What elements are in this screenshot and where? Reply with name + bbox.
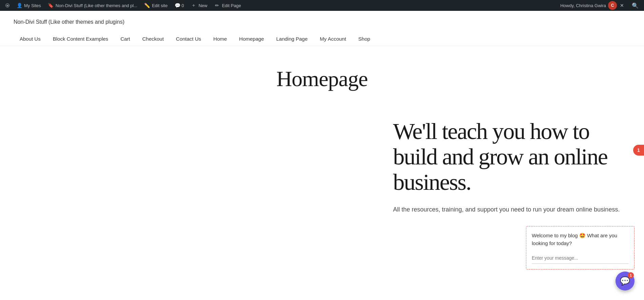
- page-title: Homepage: [14, 66, 630, 92]
- plus-icon: ＋: [191, 2, 197, 8]
- search-btn[interactable]: 🔍: [629, 2, 641, 9]
- hero-section: We'll teach you how to build and grow an…: [14, 119, 630, 228]
- nav-item-contact-us[interactable]: Contact Us: [170, 32, 207, 46]
- nav-item-checkout[interactable]: Checkout: [136, 32, 170, 46]
- user-menu[interactable]: Howdy, Christina Gwira C ✕: [558, 1, 628, 10]
- edit-site-label: Edit site: [152, 3, 168, 8]
- new-label: New: [198, 3, 207, 8]
- edit-page-btn[interactable]: ✏ Edit Page: [211, 0, 243, 11]
- nav-item-landing-page[interactable]: Landing Page: [270, 32, 314, 46]
- site-header: Non-Divi Stuff (Like other themes and pl…: [0, 11, 644, 46]
- my-sites-menu[interactable]: 👤 My Sites: [14, 0, 44, 11]
- edit-site-btn[interactable]: ✏️ Edit site: [141, 0, 170, 11]
- hero-subtext: All the resources, training, and support…: [393, 205, 630, 215]
- person-icon: 👤: [16, 2, 22, 8]
- pencil-icon: ✏️: [144, 2, 150, 8]
- new-content-btn[interactable]: ＋ New: [188, 0, 210, 11]
- comment-icon: 💬: [174, 2, 180, 8]
- user-avatar: C: [608, 1, 617, 10]
- svg-text:W: W: [6, 4, 9, 7]
- main-content: Homepage We'll teach you how to build an…: [0, 46, 644, 248]
- chat-badge: 1: [628, 272, 634, 278]
- site-title: Non-Divi Stuff (Like other themes and pl…: [14, 19, 630, 25]
- site-nav: About UsBlock Content ExamplesCartChecko…: [14, 32, 630, 46]
- comments-btn[interactable]: 💬 0: [172, 0, 187, 11]
- x-icon: ✕: [619, 2, 625, 8]
- comments-count: 0: [181, 3, 184, 8]
- admin-bar: W 👤 My Sites 🔖 Non-Divi Stuff (Like othe…: [0, 0, 644, 11]
- nav-item-cart[interactable]: Cart: [114, 32, 136, 46]
- my-sites-label: My Sites: [24, 3, 41, 8]
- side-notification[interactable]: 1: [633, 145, 644, 156]
- nav-item-shop[interactable]: Shop: [352, 32, 376, 46]
- wp-logo[interactable]: W: [3, 1, 12, 10]
- chat-input[interactable]: [532, 253, 629, 264]
- nav-item-my-account[interactable]: My Account: [314, 32, 352, 46]
- chat-popup: Welcome to my blog 🤩 What are you lookin…: [526, 226, 635, 269]
- nav-item-block-content-examples[interactable]: Block Content Examples: [47, 32, 114, 46]
- chat-bubble-button[interactable]: 💬 1: [616, 272, 635, 291]
- hero-text-block: We'll teach you how to build and grow an…: [393, 119, 630, 215]
- chat-message: Welcome to my blog 🤩 What are you lookin…: [532, 232, 629, 247]
- edit-icon: ✏: [214, 2, 220, 8]
- edit-page-label: Edit Page: [222, 3, 241, 8]
- chat-icon: 💬: [620, 276, 630, 286]
- nav-item-homepage[interactable]: Homepage: [233, 32, 270, 46]
- howdy-text: Howdy, Christina Gwira: [560, 3, 606, 8]
- hero-heading: We'll teach you how to build and grow an…: [393, 119, 630, 195]
- nav-item-about-us[interactable]: About Us: [14, 32, 47, 46]
- nav-item-home[interactable]: Home: [207, 32, 233, 46]
- site-icon: 🔖: [48, 2, 54, 8]
- site-name-label: Non-Divi Stuff (Like other themes and pl…: [56, 3, 137, 8]
- site-name-menu[interactable]: 🔖 Non-Divi Stuff (Like other themes and …: [45, 0, 140, 11]
